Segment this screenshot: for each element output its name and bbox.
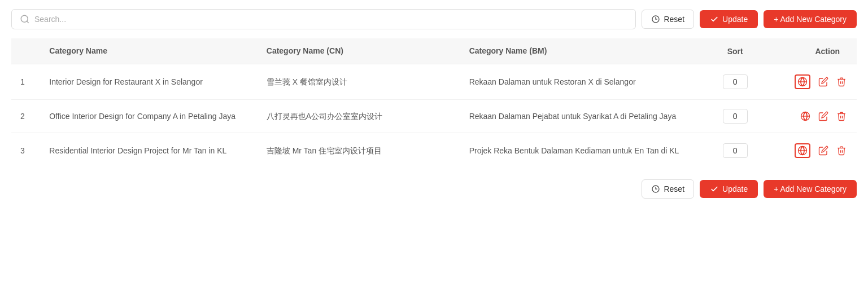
- search-input[interactable]: [34, 15, 627, 24]
- row-bm: Rekaan Dalaman untuk Restoran X di Selan…: [460, 64, 706, 100]
- table-row: 3 Residential Interior Design Project fo…: [11, 133, 857, 169]
- row-name: Residential Interior Design Project for …: [40, 133, 258, 169]
- add-new-category-button-bottom[interactable]: + Add New Category: [764, 180, 857, 198]
- row-bm: Projek Reka Bentuk Dalaman Kediaman untu…: [460, 133, 706, 169]
- col-header-cn: Category Name (CN): [258, 38, 460, 64]
- top-toolbar: Reset Update + Add New Category: [11, 9, 857, 29]
- row-action: [764, 133, 857, 169]
- globe-button[interactable]: [799, 110, 812, 122]
- add-new-category-button-top[interactable]: + Add New Category: [764, 10, 857, 28]
- edit-button[interactable]: [817, 144, 830, 157]
- delete-button[interactable]: [835, 144, 848, 157]
- globe-button[interactable]: [793, 142, 812, 159]
- row-sort: 0: [706, 100, 764, 133]
- action-icons-group: [773, 73, 848, 90]
- row-cn: 吉隆坡 Mr Tan 住宅室内设计项目: [258, 133, 460, 169]
- table-row: 1 Interior Design for Restaurant X in Se…: [11, 64, 857, 100]
- row-cn: 八打灵再也A公司办公室室内设计: [258, 100, 460, 133]
- row-action: [764, 100, 857, 133]
- sort-value: 0: [723, 109, 748, 124]
- update-button-bottom[interactable]: Update: [700, 180, 758, 198]
- reset-button-top[interactable]: Reset: [642, 10, 694, 29]
- row-action: [764, 64, 857, 100]
- row-num: 3: [11, 133, 40, 169]
- row-name: Interior Design for Restaurant X in Sela…: [40, 64, 258, 100]
- col-header-name: Category Name: [40, 38, 258, 64]
- sort-value: 0: [723, 74, 748, 89]
- col-header-sort: Sort: [706, 38, 764, 64]
- search-box: [11, 9, 636, 29]
- row-num: 2: [11, 100, 40, 133]
- reset-button-bottom[interactable]: Reset: [642, 179, 694, 199]
- action-icons-group: [773, 110, 848, 122]
- globe-button[interactable]: [793, 73, 812, 90]
- bottom-toolbar: Reset Update + Add New Category: [11, 179, 857, 199]
- row-name: Office Interior Design for Company A in …: [40, 100, 258, 133]
- col-header-num: [11, 38, 40, 64]
- svg-line-1: [27, 21, 28, 23]
- delete-button[interactable]: [835, 110, 848, 122]
- row-bm: Rekaan Dalaman Pejabat untuk Syarikat A …: [460, 100, 706, 133]
- col-header-bm: Category Name (BM): [460, 38, 706, 64]
- globe-highlight: [795, 143, 810, 158]
- table-row: 2 Office Interior Design for Company A i…: [11, 100, 857, 133]
- row-sort: 0: [706, 133, 764, 169]
- globe-highlight: [795, 74, 810, 89]
- svg-point-0: [21, 16, 28, 23]
- table-header-row: Category Name Category Name (CN) Categor…: [11, 38, 857, 64]
- sort-value: 0: [723, 143, 748, 158]
- action-icons-group: [773, 142, 848, 159]
- delete-button[interactable]: [835, 76, 848, 88]
- row-num: 1: [11, 64, 40, 100]
- edit-button[interactable]: [817, 110, 830, 122]
- categories-table: Category Name Category Name (CN) Categor…: [11, 38, 857, 168]
- row-cn: 雪兰莪 X 餐馆室内设计: [258, 64, 460, 100]
- col-header-action: Action: [764, 38, 857, 64]
- update-button-top[interactable]: Update: [700, 10, 758, 28]
- search-icon: [20, 14, 30, 24]
- edit-button[interactable]: [817, 76, 830, 88]
- row-sort: 0: [706, 64, 764, 100]
